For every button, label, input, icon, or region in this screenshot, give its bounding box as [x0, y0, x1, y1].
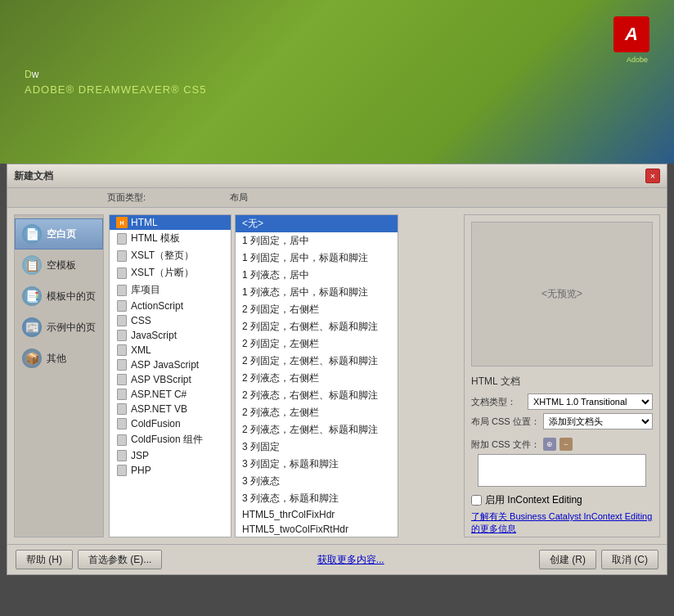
page-type-item[interactable]: HTML 模板 — [110, 230, 231, 247]
page-type-item-label: ColdFusion 组件 — [131, 433, 203, 447]
bottom-bar: 帮助 (H) 首选参数 (E)... 获取更多内容... 创建 (R) 取消 (… — [7, 544, 667, 574]
page-type-item-label: JSP — [131, 450, 149, 461]
cancel-button[interactable]: 取消 (C) — [601, 550, 658, 569]
right-panel: <无预览> HTML 文档 文档类型： XHTML 1.0 Transition… — [464, 214, 660, 537]
page-type-item[interactable]: XSLT（整页） — [110, 247, 231, 264]
preview-area: <无预览> — [471, 222, 653, 366]
layout-item-label: 1 列液态，居中 — [242, 268, 309, 282]
page-type-item-label: ColdFusion — [131, 418, 181, 429]
page-type-item[interactable]: JavaScript — [110, 328, 231, 343]
layout-item[interactable]: 1 列固定，居中，标题和脚注 — [236, 250, 398, 267]
left-item-blank-page[interactable]: 📄 空白页 — [15, 218, 103, 250]
layout-css-field-label: 布局 CSS 位置： — [471, 416, 540, 428]
page-from-sample-label: 示例中的页 — [47, 321, 96, 335]
left-item-page-from-sample[interactable]: 📰 示例中的页 — [15, 312, 103, 343]
incontext-checkbox[interactable] — [471, 495, 482, 506]
layout-item[interactable]: HTML5_thrColFixHdr — [236, 507, 398, 522]
layout-item[interactable]: HTML5_twoColFixRtHdr — [236, 522, 398, 537]
page-type-item-icon — [116, 418, 128, 429]
layout-item-label: 2 列液态，左侧栏 — [242, 406, 319, 420]
layout-item-label: 2 列固定，左侧栏、标题和脚注 — [242, 354, 378, 368]
layout-item[interactable]: 3 列液态，标题和脚注 — [236, 490, 398, 507]
logo-w: w — [32, 69, 39, 80]
page-type-item-icon — [116, 359, 128, 371]
page-type-item-icon — [116, 300, 128, 312]
get-more-content-link[interactable]: 获取更多内容... — [314, 553, 388, 567]
left-item-page-from-template[interactable]: 📑 模板中的页 — [15, 281, 103, 312]
page-type-item[interactable]: ASP VBScript — [110, 372, 231, 387]
doc-type-label: HTML 文档 — [465, 373, 659, 390]
layout-item[interactable]: 2 列固定，左侧栏、标题和脚注 — [236, 353, 398, 370]
page-type-item-icon — [116, 374, 128, 385]
layout-item-label: 2 列固定，右侧栏 — [242, 303, 319, 317]
doc-type-field-label: 文档类型： — [471, 396, 524, 408]
app-subtitle: ADOBE® DREAMWEAVER® CS5 — [25, 83, 207, 96]
help-button[interactable]: 帮助 (H) — [16, 550, 73, 569]
page-type-item[interactable]: 库项目 — [110, 281, 231, 299]
left-item-other[interactable]: 📦 其他 — [15, 343, 103, 374]
layout-item[interactable]: 2 列液态，左侧栏 — [236, 404, 398, 421]
page-type-item-icon — [116, 434, 128, 446]
page-type-item-icon — [116, 450, 128, 461]
layout-item-label: 3 列固定 — [242, 440, 280, 454]
page-type-item[interactable]: HHTML — [110, 215, 231, 230]
page-type-item[interactable]: ASP.NET C# — [110, 387, 231, 402]
new-document-dialog: 新建文档 × 页面类型: 布局 📄 空白页 📋 空模板 📑 模板中的页 — [7, 164, 667, 575]
page-type-item[interactable]: ASP JavaScript — [110, 357, 231, 372]
page-type-item-icon — [116, 330, 128, 341]
page-from-sample-icon: 📰 — [22, 317, 42, 337]
bottom-left-buttons: 帮助 (H) 首选参数 (E)... — [16, 550, 162, 569]
page-type-item[interactable]: JSP — [110, 448, 231, 463]
page-type-item[interactable]: PHP — [110, 463, 231, 478]
page-type-item[interactable]: ActionScript — [110, 299, 231, 313]
layout-css-row: 布局 CSS 位置： 添加到文档头 — [471, 413, 653, 429]
layout-item[interactable]: 2 列固定，左侧栏 — [236, 335, 398, 353]
layout-item[interactable]: 2 列固定，右侧栏 — [236, 301, 398, 318]
page-type-item-label: HTML — [131, 217, 158, 228]
page-type-item-icon: H — [116, 217, 128, 228]
layout-item[interactable]: 2 列液态，左侧栏、标题和脚注 — [236, 421, 398, 438]
page-type-item[interactable]: ColdFusion 组件 — [110, 431, 231, 448]
page-type-item-label: 库项目 — [131, 283, 160, 297]
attach-icon[interactable]: ⊕ — [543, 438, 556, 451]
left-item-blank-template[interactable]: 📋 空模板 — [15, 250, 103, 281]
layout-item[interactable]: 3 列液态 — [236, 473, 398, 490]
preview-text: <无预览> — [541, 287, 582, 301]
layout-css-select[interactable]: 添加到文档头 — [543, 413, 653, 429]
page-type-item[interactable]: XSLT（片断） — [110, 264, 231, 281]
form-section: 文档类型： XHTML 1.0 Transitional 布局 CSS 位置： … — [465, 390, 659, 436]
layout-item[interactable]: 1 列固定，居中 — [236, 232, 398, 250]
logo-area: Dw ADOBE® DREAMWEAVER® CS5 — [25, 69, 207, 96]
preferences-button[interactable]: 首选参数 (E)... — [78, 550, 162, 569]
layout-item[interactable]: 2 列液态，右侧栏 — [236, 370, 398, 387]
page-type-item-label: XML — [131, 344, 151, 356]
layout-item[interactable]: 1 列液态，居中 — [236, 267, 398, 284]
layout-item-label: 1 列固定，居中，标题和脚注 — [242, 251, 368, 265]
page-type-item[interactable]: ASP.NET VB — [110, 402, 231, 416]
layout-item-label: 3 列液态 — [242, 474, 280, 488]
page-type-item-icon — [116, 465, 128, 476]
layout-item[interactable]: 2 列液态，右侧栏、标题和脚注 — [236, 387, 398, 404]
doc-type-select[interactable]: XHTML 1.0 Transitional — [528, 393, 653, 410]
page-type-item-icon — [116, 389, 128, 400]
blank-template-label: 空模板 — [47, 259, 76, 272]
page-type-item[interactable]: CSS — [110, 313, 231, 328]
page-type-item-icon — [116, 268, 128, 279]
logo-d: D — [25, 69, 32, 80]
layout-item[interactable]: 2 列固定，右侧栏、标题和脚注 — [236, 318, 398, 335]
page-type-item[interactable]: ColdFusion — [110, 416, 231, 431]
dialog-close-button[interactable]: × — [645, 169, 660, 183]
layout-item-label: 2 列固定，左侧栏 — [242, 337, 319, 351]
remove-css-icon[interactable]: − — [559, 438, 573, 451]
bottom-right-buttons: 创建 (R) 取消 (C) — [539, 550, 658, 569]
css-files-input[interactable] — [478, 454, 646, 487]
layout-list: <无>1 列固定，居中1 列固定，居中，标题和脚注1 列液态，居中1 列液态，居… — [236, 215, 398, 537]
create-button[interactable]: 创建 (R) — [539, 550, 596, 569]
layout-item[interactable]: 1 列液态，居中，标题和脚注 — [236, 284, 398, 301]
layout-item[interactable]: 3 列固定 — [236, 438, 398, 456]
layout-item[interactable]: 3 列固定，标题和脚注 — [236, 456, 398, 473]
incontext-more-info-link[interactable]: 了解有关 Business Catalyst InContext Editing… — [471, 511, 652, 533]
layout-item[interactable]: <无> — [236, 215, 398, 232]
page-type-item[interactable]: XML — [110, 343, 231, 357]
dialog-body: 📄 空白页 📋 空模板 📑 模板中的页 📰 示例中的页 📦 其他 — [7, 208, 667, 544]
